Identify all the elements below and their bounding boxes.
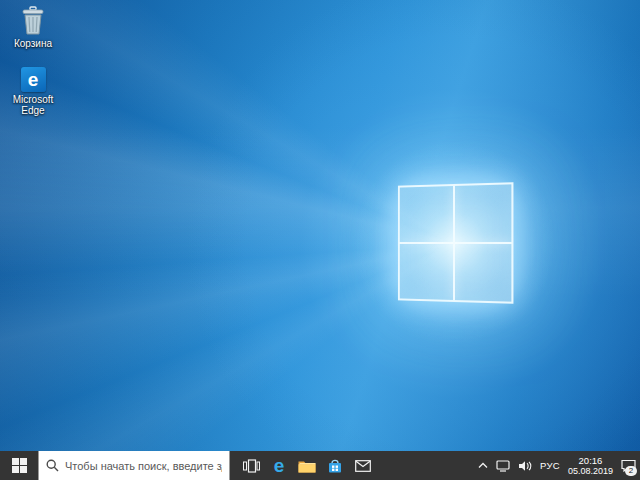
network-ethernet-icon bbox=[496, 460, 510, 472]
speaker-icon bbox=[518, 460, 532, 472]
mail-icon bbox=[355, 460, 371, 472]
action-center-button[interactable]: 2 bbox=[617, 451, 640, 480]
recycle-bin-icon bbox=[4, 6, 62, 36]
taskbar-edge-button[interactable]: e bbox=[265, 451, 293, 480]
file-explorer-button[interactable] bbox=[293, 451, 321, 480]
volume-tray-button[interactable] bbox=[514, 451, 536, 480]
taskbar-search-input[interactable] bbox=[65, 460, 222, 472]
microsoft-store-icon bbox=[327, 458, 343, 474]
windows-logo-icon bbox=[398, 182, 514, 304]
search-icon bbox=[46, 459, 59, 472]
clock[interactable]: 20:16 05.08.2019 bbox=[564, 451, 617, 480]
file-explorer-icon bbox=[298, 459, 316, 473]
desktop-icon-label: Microsoft Edge bbox=[4, 94, 62, 116]
language-label: РУС bbox=[540, 460, 560, 471]
taskbar-search-box[interactable] bbox=[38, 451, 230, 480]
start-button[interactable] bbox=[0, 451, 38, 480]
taskbar: e bbox=[0, 451, 640, 480]
language-indicator[interactable]: РУС bbox=[536, 451, 564, 480]
edge-icon: e bbox=[4, 62, 62, 92]
desktop-icon-label: Корзина bbox=[4, 38, 62, 49]
start-windows-icon bbox=[12, 458, 27, 473]
system-tray: РУС 20:16 05.08.2019 2 bbox=[474, 451, 640, 480]
show-hidden-icons-button[interactable] bbox=[474, 451, 492, 480]
mail-button[interactable] bbox=[349, 451, 377, 480]
chevron-up-icon bbox=[478, 462, 488, 469]
taskbar-app-buttons: e bbox=[237, 451, 377, 480]
microsoft-store-button[interactable] bbox=[321, 451, 349, 480]
clock-date: 05.08.2019 bbox=[568, 466, 613, 476]
desktop-icon-microsoft-edge[interactable]: e Microsoft Edge bbox=[4, 62, 62, 116]
desktop-wallpaper: Корзина e Microsoft Edge bbox=[0, 0, 640, 451]
windows-hero-logo bbox=[392, 181, 516, 305]
edge-icon: e bbox=[274, 456, 285, 475]
desktop-icon-recycle-bin[interactable]: Корзина bbox=[4, 6, 62, 49]
task-view-button[interactable] bbox=[237, 451, 265, 480]
clock-time: 20:16 bbox=[579, 456, 603, 466]
task-view-icon bbox=[243, 459, 260, 473]
notification-count-badge: 2 bbox=[625, 466, 637, 476]
network-tray-button[interactable] bbox=[492, 451, 514, 480]
